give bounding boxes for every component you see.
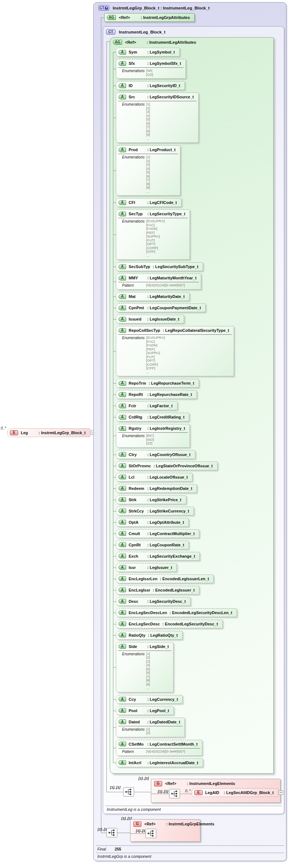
element-badge: E bbox=[194, 790, 203, 795]
attribute-name: Lcl bbox=[129, 475, 145, 480]
expand-plus-box[interactable]: + bbox=[279, 790, 283, 795]
group-cardinality: [1]..[1] bbox=[138, 776, 149, 780]
attribute-box[interactable]: ASym: LegSymbol_t bbox=[116, 48, 180, 56]
ref-type: : InstrmtLegGrpAttributes bbox=[141, 15, 190, 20]
group-badge: G bbox=[133, 821, 141, 827]
attribute-box[interactable]: AEncLegIssr: EncodedLegIssuer_t bbox=[116, 586, 199, 594]
attribute-box[interactable]: ARedeem: LegRedemptionDate_t bbox=[116, 484, 197, 493]
attribute-box[interactable]: AID: LegSecurityID_t bbox=[116, 81, 185, 90]
attribute-box[interactable]: AMMY: LegMaturityMonthYear_tPattern[\d{4… bbox=[116, 274, 201, 290]
attribute-box[interactable]: ACcy: LegCurrency_t bbox=[116, 695, 183, 704]
attribute-badge: A bbox=[118, 61, 126, 66]
attribute-badge: A bbox=[118, 542, 126, 547]
attribute-box[interactable]: AIntAcrl: LegInterestAccrualDate_t bbox=[116, 758, 203, 767]
attribute-type: : LegSecurityIDSource_t bbox=[147, 94, 194, 99]
enumerations-label: Enumerations bbox=[122, 336, 146, 340]
attribute-box[interactable]: ALcl: LegLocaleOfIssue_t bbox=[116, 473, 192, 482]
attribute-box[interactable]: ACtry: LegCountryOfIssue_t bbox=[116, 450, 195, 459]
enum-value: [9] bbox=[146, 133, 150, 137]
attribute-badge: A bbox=[118, 576, 126, 581]
enum-value: ... bbox=[146, 254, 165, 258]
attribute-badge: A bbox=[118, 599, 126, 604]
enumerations-label: Enumerations bbox=[122, 434, 146, 438]
attr-row-secsubtyp: ASecSubTyp: LegSecuritySubType_t bbox=[116, 262, 203, 271]
connector-line bbox=[151, 794, 169, 794]
attribute-box[interactable]: AProd: LegProduct_tEnumerations[1][2][3]… bbox=[116, 145, 180, 196]
attribute-name: RatioQty bbox=[129, 633, 145, 638]
plus-icon: + bbox=[105, 6, 108, 10]
final-value: 255 bbox=[115, 847, 121, 851]
attribute-type: : LegSecurityID_t bbox=[147, 83, 180, 88]
group-box-instrmtleggrpelements[interactable]: G <Ref> : InstrmtLegGrpElements [1]..[1] bbox=[130, 819, 200, 842]
attribute-box[interactable]: AEncLegSecDesc: EncodedLegSecurityDesc_t bbox=[116, 620, 223, 628]
attribute-box[interactable]: AStrk: LegStrikePrice_t bbox=[116, 495, 186, 504]
attribute-box[interactable]: ACFI: LegCFICode_t bbox=[116, 198, 181, 207]
attribute-name: CFI bbox=[129, 200, 145, 205]
attribute-badge: A bbox=[118, 212, 126, 216]
legaid-name: LegAID bbox=[205, 790, 221, 795]
legaid-element-box[interactable]: E LegAID : LegSecAltIDGrp_Block_t + bbox=[192, 788, 278, 797]
attr-row-cmult: ACmult: LegContractMultiplier_t bbox=[116, 529, 199, 538]
attribute-box[interactable]: AEncLegSecDescLen: EncodedLegSecurityDes… bbox=[116, 608, 237, 617]
attr-row-issr: AIssr: LegIssuer_t bbox=[116, 563, 177, 572]
leg-cardinality: 0..* bbox=[1, 426, 6, 430]
sequence-icon bbox=[123, 787, 134, 797]
attribute-box[interactable]: ARgstry: LegInstrRegistry_tEnumerations[… bbox=[116, 424, 190, 448]
attribute-badge: A bbox=[118, 404, 126, 408]
outer-header: CT+ InstrmtLegGrp_Block_t : InstrumentLe… bbox=[94, 3, 286, 12]
attribute-box[interactable]: ACrdRtg: LegCreditRating_t bbox=[116, 413, 189, 421]
outer-title: InstrmtLegGrp_Block_t : InstrumentLeg_Bl… bbox=[113, 6, 210, 10]
attribute-box[interactable]: ADated: LegDatedDate_tEnumerations[1][2] bbox=[116, 718, 185, 737]
attribute-box[interactable]: ASide: LegSide_tEnumerations[1][2][3][4]… bbox=[116, 642, 173, 692]
attribute-box[interactable]: AMat: LegMaturityDate_t bbox=[116, 292, 190, 301]
attribute-box[interactable]: AExch: LegSecurityExchange_t bbox=[116, 552, 200, 561]
attribute-box[interactable]: ACSetMo: LegContractSettlMonth_tPattern[… bbox=[116, 740, 202, 756]
attr-row-cpnrt: ACpnRt: LegCouponRate_t bbox=[116, 541, 189, 549]
attribute-box[interactable]: ARatioQty: LegRatioQty_t bbox=[116, 631, 183, 640]
enum-value: [SUPRA] bbox=[146, 351, 165, 355]
attr-row-strk: AStrk: LegStrikePrice_t bbox=[116, 495, 186, 504]
attribute-box[interactable]: ASecSubTyp: LegSecuritySubType_t bbox=[116, 262, 203, 271]
attribute-box[interactable]: AStOrProvnc: LegStateOrProvinceOfIssue_t bbox=[116, 462, 218, 470]
attribute-box[interactable]: ARepoRt: LegRepurchaseRate_t bbox=[116, 390, 197, 399]
attribute-box[interactable]: AOptA: LegOptAttribute_t bbox=[116, 518, 189, 527]
attribute-name: StrkCcy bbox=[129, 508, 145, 514]
attribute-box[interactable]: APool: LegPool_t bbox=[116, 706, 174, 715]
connector-line bbox=[113, 52, 113, 763]
inner-ag-header[interactable]: AG <Ref> : InstrumentLegAttributes bbox=[110, 38, 273, 46]
attribute-badge: A bbox=[118, 742, 126, 746]
attribute-box[interactable]: ADesc: LegSecurityDesc_t bbox=[116, 597, 191, 606]
attribute-box[interactable]: ARepoCollSecTyp: LegRepoCollateralSecuri… bbox=[116, 326, 234, 376]
attribute-type: : LegSide_t bbox=[147, 644, 169, 649]
attribute-name: EncLegIssrLen bbox=[129, 576, 157, 581]
attribute-box[interactable]: AStrkCcy: LegStrikeCurrency_t bbox=[116, 507, 194, 515]
attribute-box[interactable]: ASfx: LegSymbolSfx_tEnumerations[WI][CD] bbox=[116, 59, 186, 79]
leg-element-box[interactable]: E Leg : InstrmtLegGrp_Block_t – bbox=[7, 428, 90, 437]
attr-row-exch: AExch: LegSecurityExchange_t bbox=[116, 552, 200, 561]
attribute-box[interactable]: ACmult: LegContractMultiplier_t bbox=[116, 529, 199, 538]
attribute-box[interactable]: AIssr: LegIssuer_t bbox=[116, 563, 177, 572]
attribute-box[interactable]: ARepoTrm: LegRepurchaseTerm_t bbox=[116, 379, 199, 388]
enum-value: [3] bbox=[146, 110, 150, 114]
enum-value: [EUSUPRA] bbox=[146, 336, 165, 340]
attribute-box[interactable]: AFctr: LegFactor_t bbox=[116, 401, 177, 410]
group-badge: G bbox=[154, 781, 162, 786]
attribute-box[interactable]: AIssued: LegIssueDate_t bbox=[116, 315, 184, 323]
attribute-box[interactable]: AEncLegIssrLen: EncodedLegIssuerLen_t bbox=[116, 574, 214, 583]
attribute-name: RepoRt bbox=[129, 392, 145, 397]
group-header: G <Ref> : InstrumentLegElements bbox=[151, 779, 280, 787]
attribute-box[interactable]: ACpnRt: LegCouponRate_t bbox=[116, 541, 189, 549]
enum-value: [2] bbox=[146, 656, 150, 660]
attribute-box[interactable]: ASrc: LegSecurityIDSource_tEnumerations[… bbox=[116, 93, 199, 143]
attribute-name: Side bbox=[129, 644, 145, 649]
attribute-type: : LegCreditRating_t bbox=[147, 415, 184, 420]
ct-footer-note: InstrumentLeg is a component bbox=[103, 806, 284, 814]
attribute-list: ASym: LegSymbol_tASfx: LegSymbolSfx_tEnu… bbox=[110, 46, 273, 773]
attribute-badge: A bbox=[118, 531, 126, 536]
attr-row-crdrtg: ACrdRtg: LegCreditRating_t bbox=[116, 413, 189, 421]
group-box-instrumentlegelements[interactable]: G <Ref> : InstrumentLegElements [1]..[1]… bbox=[151, 779, 281, 803]
attribute-box[interactable]: ACpnPmt: LegCouponPaymentDate_t bbox=[116, 303, 206, 312]
attribute-name: Prod bbox=[129, 147, 145, 152]
attributegroup-ref-instrmtleggrpattributes[interactable]: AG <Ref> : InstrmtLegGrpAttributes bbox=[104, 13, 195, 22]
attribute-box[interactable]: ASecTyp: LegSecurityType_tEnumerations[E… bbox=[116, 209, 190, 260]
